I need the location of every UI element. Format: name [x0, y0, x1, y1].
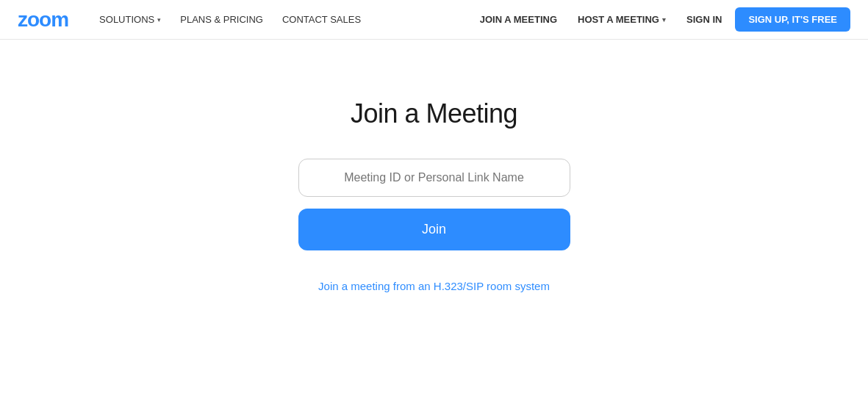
zoom-logo-text: zoom [18, 8, 68, 31]
sip-room-link[interactable]: Join a meeting from an H.323/SIP room sy… [318, 280, 550, 292]
main-content: Join a Meeting Join Join a meeting from … [0, 40, 868, 292]
logo[interactable]: zoom [18, 8, 68, 32]
meeting-id-input[interactable] [298, 159, 570, 197]
navbar: zoom SOLUTIONS ▾ PLANS & PRICING CONTACT… [0, 0, 868, 40]
nav-sign-in[interactable]: SIGN IN [679, 10, 729, 29]
chevron-down-icon: ▾ [157, 16, 161, 24]
nav-host-meeting[interactable]: HOST A MEETING ▾ [570, 10, 673, 29]
chevron-down-icon-host: ▾ [662, 16, 666, 24]
nav-left: SOLUTIONS ▾ PLANS & PRICING CONTACT SALE… [92, 10, 473, 29]
nav-join-meeting[interactable]: JOIN A MEETING [473, 10, 564, 29]
nav-item-contact-sales[interactable]: CONTACT SALES [275, 10, 368, 29]
join-button[interactable]: Join [298, 209, 570, 250]
signup-button[interactable]: SIGN UP, IT'S FREE [735, 7, 850, 32]
nav-item-plans[interactable]: PLANS & PRICING [173, 10, 270, 29]
nav-right: JOIN A MEETING HOST A MEETING ▾ SIGN IN … [473, 7, 850, 32]
nav-item-solutions[interactable]: SOLUTIONS ▾ [92, 10, 168, 29]
page-title: Join a Meeting [351, 98, 517, 129]
